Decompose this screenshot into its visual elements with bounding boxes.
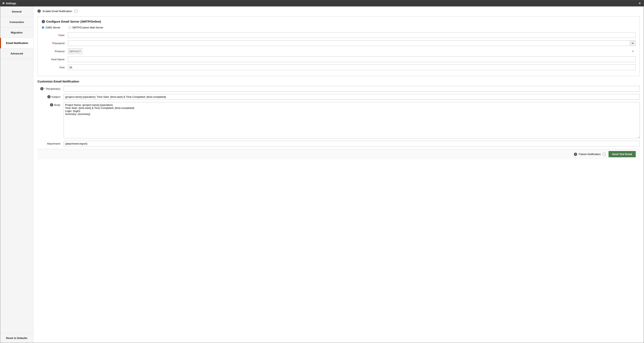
send-test-email-button[interactable]: Send Test Email	[608, 151, 636, 157]
customize-email-section: Customize Email Notification i *Recipien…	[38, 80, 640, 146]
smtp-radio[interactable]	[68, 26, 71, 29]
configure-section-header: i Configure Email Server (SMTP/Online)	[42, 20, 636, 23]
customize-section-title: Customize Email Notification	[38, 80, 640, 83]
port-row: Port:	[42, 65, 636, 70]
hostname-input[interactable]	[68, 57, 636, 62]
main-content: General Connection Migration Email Notif…	[0, 7, 644, 343]
protocol-label: Protocol:	[42, 50, 68, 53]
subject-info-icon: i	[47, 95, 50, 98]
failure-notification-label: Failure Notification:	[579, 153, 601, 156]
subject-input[interactable]	[64, 94, 640, 100]
body-label: i Body:	[38, 102, 64, 107]
hostname-row: Host Name:	[42, 57, 636, 62]
o365-label: O365 Server	[46, 26, 60, 29]
protocol-select[interactable]: DEFAULT	[68, 48, 82, 54]
subject-label: i Subject:	[38, 95, 64, 98]
subject-row: i Subject:	[38, 94, 640, 100]
edit-icon: ✏	[632, 42, 634, 45]
attachment-input[interactable]	[64, 141, 640, 146]
enable-email-checkbox[interactable]	[74, 10, 77, 13]
recipients-input[interactable]	[64, 86, 640, 92]
user-label: *User:	[42, 34, 68, 37]
sidebar-item-general[interactable]: General	[0, 7, 33, 17]
recipients-row: i *Recipient(s):	[38, 86, 640, 92]
body-textarea[interactable]	[64, 102, 640, 138]
configure-section-title: Configure Email Server (SMTP/Online)	[46, 20, 101, 23]
sidebar-item-email-notification[interactable]: Email Notification	[0, 38, 33, 48]
bottom-bar: i Failure Notification: Send Test Email	[38, 149, 640, 159]
password-input[interactable]	[68, 40, 630, 46]
recipients-info-icon: i	[40, 87, 44, 90]
user-input[interactable]	[68, 32, 636, 38]
protocol-select-wrap: DEFAULT	[68, 48, 636, 54]
enable-info-icon: i	[38, 10, 41, 13]
sidebar-item-advanced[interactable]: Advanced	[0, 48, 33, 59]
password-label: *Password:	[42, 42, 68, 45]
enable-email-row: i Enable Email Notification:	[38, 10, 640, 13]
sidebar-bottom: Reset to Defaults	[0, 333, 33, 343]
smtp-radio-option[interactable]: SMTP/Custom Mail Server	[68, 26, 103, 29]
protocol-row: Protocol: DEFAULT	[42, 48, 636, 54]
hostname-label: Host Name:	[42, 58, 68, 61]
port-input[interactable]	[68, 65, 636, 70]
o365-radio[interactable]	[42, 26, 44, 29]
recipients-label: i *Recipient(s):	[38, 87, 64, 90]
server-type-radio-group: O365 Server SMTP/Custom Mail Server	[42, 26, 636, 29]
configure-email-section: i Configure Email Server (SMTP/Online) O…	[38, 16, 640, 76]
configure-info-icon: i	[42, 20, 45, 23]
title-bar-left: ⚙ Settings	[2, 2, 16, 5]
attachment-label: Attachment:	[38, 142, 64, 145]
body-row: i Body:	[38, 102, 640, 138]
sidebar: General Connection Migration Email Notif…	[0, 7, 34, 343]
password-row: *Password: ✏	[42, 40, 636, 46]
failure-info-icon: i	[574, 153, 577, 156]
title-bar: ⚙ Settings ✕	[0, 0, 644, 7]
reset-defaults-button[interactable]: Reset to Defaults	[0, 333, 33, 343]
password-wrap: ✏	[68, 40, 636, 46]
content-area: i Enable Email Notification: i Configure…	[34, 7, 644, 343]
close-button[interactable]: ✕	[638, 2, 642, 5]
sidebar-item-connection[interactable]: Connection	[0, 17, 33, 28]
failure-notification-checkbox[interactable]	[603, 153, 606, 156]
attachment-row: Attachment:	[38, 141, 640, 146]
settings-window: ⚙ Settings ✕ General Connection Migratio…	[0, 0, 644, 343]
o365-radio-option[interactable]: O365 Server	[42, 26, 60, 29]
port-label: Port:	[42, 66, 68, 69]
password-toggle-button[interactable]: ✏	[630, 40, 636, 46]
enable-email-label: Enable Email Notification:	[43, 10, 72, 13]
user-row: *User:	[42, 32, 636, 38]
sidebar-item-migration[interactable]: Migration	[0, 28, 33, 38]
failure-notification-row: i Failure Notification:	[574, 153, 606, 156]
body-info-icon: i	[50, 103, 53, 107]
settings-icon: ⚙	[2, 2, 5, 5]
window-title: Settings	[6, 2, 16, 5]
smtp-label: SMTP/Custom Mail Server	[72, 26, 103, 29]
